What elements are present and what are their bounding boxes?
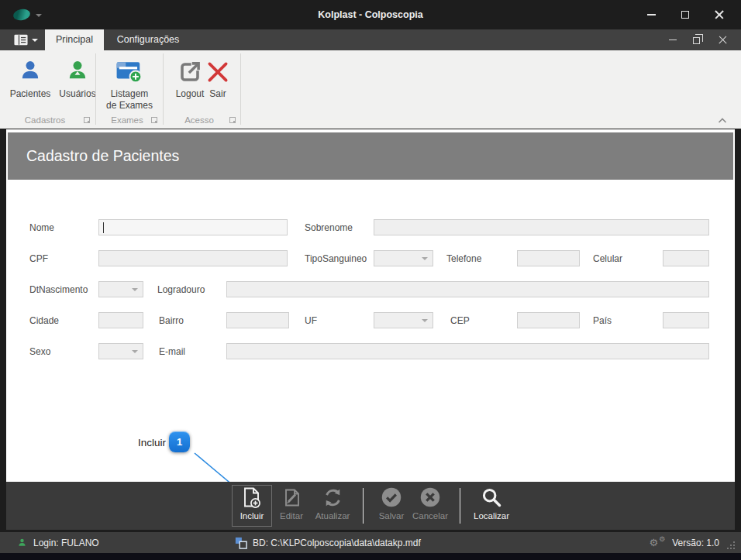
maximize-button[interactable] [668,0,702,29]
label-sexo: Sexo [29,345,50,358]
localizar-label: Localizar [474,511,509,520]
version-text: Versão: 1.0 [672,538,719,548]
exit-red-x-icon [206,56,229,84]
tab-principal[interactable]: Principal [45,29,104,50]
document-edit-icon [281,486,302,509]
dialog-launcher-icon[interactable] [84,117,90,123]
status-database: BD: C:\KLPColposcopia\data\datakp.mdf [235,532,421,553]
celular-input[interactable] [663,250,709,266]
app-menu-button[interactable] [11,32,43,48]
person-blue-icon [18,56,43,84]
listagem-exames-label: Listagemde Exames [106,88,153,112]
window-bottom-edge [0,553,741,560]
dtnascimento-select[interactable] [98,281,143,297]
dialog-launcher-icon[interactable] [229,117,236,123]
title-bar: Kolplast - Colposcopia [0,0,741,29]
app-menu-icon [14,34,28,46]
annotation-badge-1: 1 [169,431,190,452]
status-bar: Login: FULANO BD: C:\KLPColposcopia\data… [0,532,741,553]
pais-input[interactable] [663,312,709,328]
close-button[interactable] [702,0,736,29]
uf-select[interactable] [374,312,433,328]
nome-input[interactable] [98,219,288,235]
incluir-button[interactable]: Incluir [233,486,271,526]
sobrenome-input[interactable] [374,219,709,235]
atualizar-button[interactable]: Atualizar [310,486,355,526]
annotation-label: Incluir [122,437,166,448]
listagem-exames-button[interactable]: Listagemde Exames [104,56,155,112]
email-input[interactable] [226,343,709,359]
ribbon-close-button[interactable] [710,29,735,50]
dialog-launcher-icon[interactable] [151,117,157,123]
listagem-line1: Listagem [111,88,149,99]
cancel-circle-icon [419,486,441,509]
database-icon [235,537,247,549]
logout-icon [178,56,202,84]
window-title: Kolplast - Colposcopia [0,0,741,29]
toolbar-separator [363,488,364,524]
group-label-acesso: Acesso [166,115,233,127]
cancelar-label: Cancelar [412,511,448,520]
editar-label: Editar [280,511,303,520]
group-label-cadastros: Cadastros [6,115,84,127]
record-toolbar: Incluir Editar A [6,482,735,530]
pacientes-label: Pacientes [10,88,51,100]
resize-grip[interactable] [733,548,735,549]
editar-button[interactable]: Editar [274,486,309,526]
user-green-icon [17,538,27,548]
label-nome: Nome [29,222,54,234]
group-separator [240,53,241,125]
salvar-label: Salvar [379,511,405,520]
refresh-icon [322,486,343,509]
page-header: Cadastro de Pacientes [8,132,733,180]
maximize-icon [681,11,689,19]
atualizar-label: Atualizar [315,511,350,520]
label-cpf: CPF [29,253,48,265]
usuarios-button[interactable]: Usuários [56,56,99,100]
text-cursor [103,222,104,233]
ribbon-tab-row: Principal Configurações [0,29,741,50]
tab-configuracoes[interactable]: Configurações [109,29,188,50]
cancelar-button[interactable]: Cancelar [408,486,452,526]
minimize-icon [669,40,677,40]
label-dtnascimento: DtNascimento [29,283,88,296]
close-icon [715,10,724,19]
label-cidade: Cidade [29,314,59,327]
ribbon-minimize-button[interactable] [660,29,685,50]
status-login: Login: FULANO [17,532,99,553]
check-circle-icon [381,486,402,509]
minimize-button[interactable] [634,0,668,29]
person-green-icon [65,56,90,84]
bairro-input[interactable] [226,312,289,328]
database-text: BD: C:\KLPColposcopia\data\datakp.mdf [253,538,421,548]
minimize-icon [647,14,656,15]
localizar-button[interactable]: Localizar [468,486,515,526]
app-window: Kolplast - Colposcopia Principal Configu… [0,0,741,560]
logradouro-input[interactable] [226,281,709,297]
tiposanguineo-select[interactable] [374,250,433,266]
cpf-input[interactable] [98,250,288,266]
cidade-input[interactable] [98,312,143,328]
gear-small-icon: ⚙ [659,535,665,543]
label-celular: Celular [593,253,622,265]
restore-icon [693,37,700,44]
label-uf: UF [305,314,317,327]
toolbar-separator [460,488,460,524]
sair-label: Sair [209,88,226,100]
incluir-label: Incluir [240,511,264,520]
label-bairro: Bairro [159,314,184,327]
usuarios-label: Usuários [59,88,95,100]
close-icon [719,36,727,44]
label-cep: CEP [450,314,470,327]
salvar-button[interactable]: Salvar [372,486,411,526]
sexo-select[interactable] [98,343,143,359]
ribbon-collapse-button[interactable] [718,113,727,127]
pacientes-button[interactable]: Pacientes [6,56,54,100]
ribbon-restore-button[interactable] [685,29,710,50]
label-tiposanguineo: TipoSanguineo [305,253,367,265]
label-pais: País [593,314,612,327]
logout-label: Logout [176,88,205,100]
cep-input[interactable] [517,312,580,328]
telefone-input[interactable] [517,250,580,266]
sair-button[interactable]: Sair [203,56,233,100]
